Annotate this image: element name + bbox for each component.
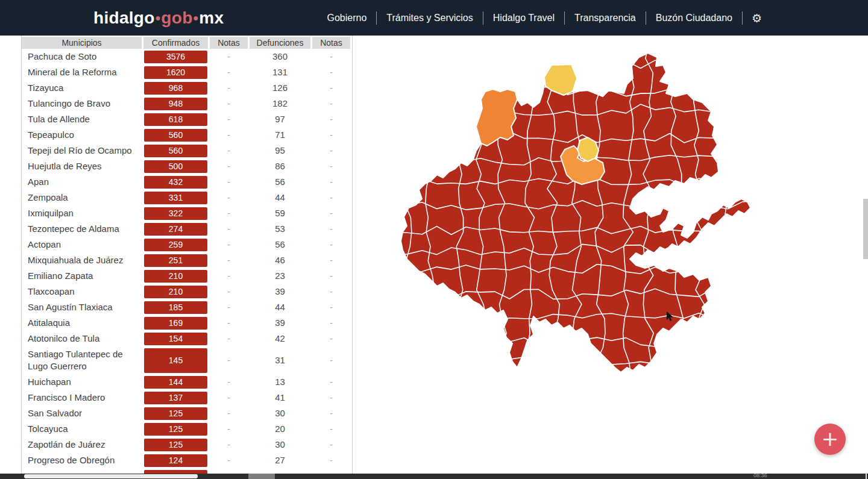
nav-item-buz-n-ciudadano[interactable]: Buzón Ciudadano (646, 13, 742, 23)
confirmados-badge: 169 (144, 317, 207, 330)
horizontal-scrollbar[interactable] (24, 474, 198, 478)
notas-cell: - (210, 252, 248, 268)
horizontal-scrollbar-thumb[interactable] (248, 474, 275, 479)
confirmados-cell: 618 (143, 111, 208, 127)
confirmados-badge: 968 (144, 82, 207, 95)
defunciones-cell: 182 (250, 96, 310, 111)
plus-icon: + (822, 428, 839, 449)
confirmados-cell: 251 (143, 252, 208, 268)
column-header-4: Notas (312, 37, 350, 49)
municipio-name: Atitalaquia (22, 315, 142, 331)
nav-item-transparencia[interactable]: Transparencia (565, 13, 646, 23)
defunciones-cell: 131 (250, 64, 310, 80)
table-row[interactable]: Progreso de Obregón124-27- (22, 452, 352, 468)
confirmados-badge: 259 (144, 239, 207, 251)
table-row[interactable]: Huichapan144-13- (22, 374, 352, 390)
notas-cell: - (210, 237, 248, 252)
table-row[interactable]: Apan432-56- (22, 174, 352, 190)
table-row[interactable]: Tepeji del Río de Ocampo560-95- (22, 143, 352, 158)
notas-cell-2: - (312, 346, 350, 374)
table-row[interactable]: Mixquiahuala de Juárez251-46- (22, 252, 352, 268)
defunciones-cell: 360 (250, 49, 310, 64)
table-row[interactable]: Mineral de la Reforma1620-131- (22, 64, 352, 80)
confirmados-cell: 124 (143, 452, 208, 468)
confirmados-badge: 274 (144, 223, 207, 236)
table-row[interactable]: Emiliano Zapata210-23- (22, 268, 352, 284)
confirmados-badge: 125 (144, 423, 207, 436)
table-row[interactable]: Zempoala331-44- (22, 190, 352, 205)
municipio-name: San Agustín Tlaxiaca (22, 299, 142, 315)
nav-item-gobierno[interactable]: Gobierno (318, 13, 377, 23)
confirmados-cell: 125 (143, 405, 208, 421)
notas-cell: - (210, 49, 248, 64)
table-row[interactable]: Francisco I Madero137-41- (22, 390, 352, 405)
defunciones-cell: 31 (250, 346, 310, 374)
confirmados-badge: 154 (144, 333, 207, 345)
defunciones-cell: 59 (250, 205, 310, 221)
table-row[interactable]: Ixmiquilpan322-59- (22, 205, 352, 221)
confirmados-badge: 125 (144, 439, 207, 451)
confirmados-cell: 144 (143, 374, 208, 390)
notas-cell: - (210, 452, 248, 468)
defunciones-cell: 42 (250, 331, 310, 346)
notas-cell: - (210, 127, 248, 143)
confirmados-badge: 124 (144, 454, 207, 467)
table-row[interactable]: Huejutla de Reyes500-86- (22, 158, 352, 174)
notas-cell-2: - (312, 143, 350, 158)
confirmados-badge: 145 (144, 348, 207, 373)
table-row[interactable]: Tulancingo de Bravo948-182- (22, 96, 352, 111)
notas-cell-2: - (312, 390, 350, 405)
logo-word-hidalgo: hidalgo (93, 8, 155, 27)
confirmados-cell: 259 (143, 237, 208, 252)
defunciones-cell: 41 (250, 390, 310, 405)
notas-cell-2: - (312, 284, 350, 299)
table-row[interactable]: Actopan259-56- (22, 237, 352, 252)
confirmados-cell: 125 (143, 437, 208, 452)
table-row[interactable]: Tizayuca968-126- (22, 80, 352, 96)
nav-item-hidalgo-travel[interactable]: Hidalgo Travel (483, 13, 564, 23)
table-row[interactable]: Tlaxcoapan210-39- (22, 284, 352, 299)
confirmados-badge: 210 (144, 270, 207, 283)
municipality-orange-northwest[interactable] (476, 89, 517, 146)
municipio-name: Tlaxcoapan (22, 284, 142, 299)
notas-cell: - (210, 390, 248, 405)
site-logo[interactable]: hidalgo•gob•mx (93, 8, 224, 28)
table-row[interactable]: Santiago Tulantepec de Lugo Guerrero145-… (22, 346, 352, 374)
municipio-name: Actopan (22, 237, 142, 252)
municipio-name: Tolcayuca (22, 421, 142, 437)
municipio-name: Tizayuca (22, 80, 142, 96)
table-row[interactable]: Tolcayuca125-20- (22, 421, 352, 437)
add-button[interactable]: + (814, 424, 846, 455)
table-row[interactable]: Pachuca de Soto3576-360- (22, 49, 352, 64)
table-body: Pachuca de Soto3576-360-Mineral de la Re… (22, 49, 352, 474)
gear-icon[interactable]: ⚙ (743, 11, 762, 25)
municipio-name: Tezontepec de Aldama (22, 221, 142, 237)
table-row[interactable]: San Salvador125-30- (22, 405, 352, 421)
table-row[interactable]: Atotonilco de Tula154-42- (22, 331, 352, 346)
municipio-name: Huichapan (22, 374, 142, 390)
confirmados-badge: 185 (144, 301, 207, 314)
table-row[interactable]: Tezontepec de Aldama274-53- (22, 221, 352, 237)
table-row[interactable]: Atitalaquia169-39- (22, 315, 352, 331)
defunciones-cell: 56 (250, 237, 310, 252)
table-row[interactable]: San Agustín Tlaxiaca185-44- (22, 299, 352, 315)
nav-item-tr-mites-y-servicios[interactable]: Trámites y Servicios (377, 13, 482, 23)
confirmados-cell: 968 (143, 80, 208, 96)
table-row[interactable]: Zapotlán de Juárez125-30- (22, 437, 352, 452)
table-row[interactable]: Tepeapulco560-71- (22, 127, 352, 143)
confirmados-cell: 137 (143, 390, 208, 405)
municipio-name: Apan (22, 174, 142, 190)
notas-cell-2: - (312, 96, 350, 111)
notas-cell: - (210, 174, 248, 190)
defunciones-cell: 53 (250, 221, 310, 237)
confirmados-cell: 145 (143, 346, 208, 374)
notas-cell-2: - (312, 205, 350, 221)
municipio-name: Ixmiquilpan (22, 205, 142, 221)
notas-cell: - (210, 158, 248, 174)
municipio-name: Mixquiahuala de Juárez (22, 252, 142, 268)
table-row[interactable]: Tula de Allende618-97- (22, 111, 352, 127)
vertical-scrollbar[interactable] (863, 199, 868, 259)
notas-cell: - (210, 374, 248, 390)
notas-cell-2: - (312, 111, 350, 127)
hidalgo-state-map[interactable] (362, 36, 868, 479)
